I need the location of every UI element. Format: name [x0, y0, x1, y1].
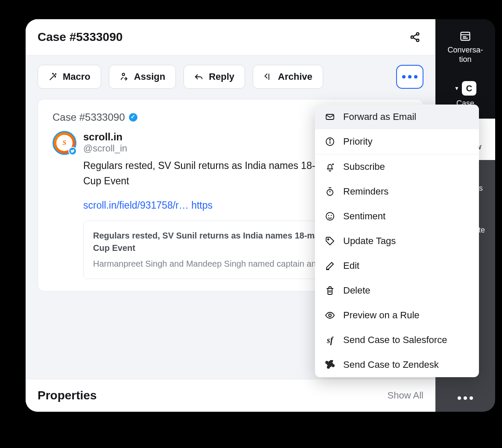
mail-icon	[324, 111, 336, 122]
salesforce-icon: sf	[324, 335, 336, 346]
show-all-link[interactable]: Show All	[388, 390, 423, 401]
assign-icon	[120, 72, 129, 81]
header: Case #5333090	[26, 19, 435, 55]
menu-sentiment[interactable]: Sentiment	[315, 204, 435, 229]
menu-label: Subscribe	[343, 161, 385, 172]
smile-icon	[324, 211, 336, 222]
menu-send-salesforce[interactable]: sf Send Case to Salesforce	[315, 328, 435, 352]
svg-rect-26	[461, 32, 470, 41]
conversation-icon	[459, 30, 471, 42]
archive-icon	[263, 72, 273, 81]
menu-send-zendesk[interactable]: Send Case to Zendesk	[315, 352, 435, 377]
svg-point-7	[53, 73, 53, 74]
case-badge-icon: C	[462, 81, 476, 96]
menu-priority[interactable]: Priority	[315, 129, 435, 154]
archive-label: Archive	[278, 71, 312, 82]
timer-icon	[324, 186, 336, 197]
svg-point-18	[326, 212, 334, 220]
menu-label: Reminders	[343, 186, 388, 197]
main-column: Case #5333090 Macro Assign	[26, 19, 435, 412]
macro-button[interactable]: Macro	[38, 65, 101, 89]
svg-line-3	[413, 35, 417, 37]
more-actions-button[interactable]	[396, 65, 423, 89]
menu-preview-rule[interactable]: Preview on a Rule	[315, 303, 435, 328]
caret-down-icon: ▼	[454, 85, 459, 91]
reply-label: Reply	[209, 71, 234, 82]
info-icon	[324, 136, 336, 147]
toolbar: Macro Assign Reply Archive	[26, 55, 435, 98]
svg-point-2	[417, 39, 419, 42]
properties-title: Properties	[38, 389, 97, 402]
trash-icon	[324, 285, 336, 296]
svg-point-0	[417, 33, 419, 35]
menu-label: Delete	[343, 285, 371, 296]
zendesk-icon	[324, 359, 336, 370]
menu-label: Sentiment	[343, 211, 385, 222]
nav-conversation[interactable]: Conversa- tion	[435, 29, 495, 73]
svg-point-5	[55, 74, 56, 75]
side-nav-top: Conversa- tion ▼ C Case	[435, 19, 495, 119]
nav-conversation-label: Conversa- tion	[447, 46, 483, 64]
menu-label: Edit	[343, 260, 359, 271]
svg-point-6	[55, 76, 56, 77]
archive-button[interactable]: Archive	[253, 65, 323, 89]
svg-line-4	[413, 38, 417, 40]
menu-label: Preview on a Rule	[343, 310, 420, 321]
menu-reminders[interactable]: Reminders	[315, 179, 435, 204]
menu-label: Priority	[343, 136, 372, 147]
menu-forward-email[interactable]: Forward as Email	[315, 105, 435, 129]
svg-point-8	[122, 73, 125, 76]
menu-delete[interactable]: Delete	[315, 278, 435, 303]
pencil-icon	[324, 260, 336, 271]
menu-label: Send Case to Salesforce	[343, 335, 435, 346]
avatar: S	[53, 131, 76, 155]
verified-icon	[129, 113, 137, 122]
svg-point-12	[330, 140, 330, 140]
macro-label: Macro	[63, 71, 90, 82]
bell-icon	[324, 161, 336, 172]
more-icon	[458, 396, 473, 400]
tweet-link-2[interactable]: https	[191, 200, 213, 211]
app-frame: Case #5333090 Macro Assign	[26, 19, 495, 412]
assign-label: Assign	[134, 71, 165, 82]
tweet-link-1[interactable]: scroll.in/field/931758/r…	[83, 200, 189, 211]
more-icon	[402, 75, 417, 79]
menu-update-tags[interactable]: Update Tags	[315, 229, 435, 253]
nav-more[interactable]	[435, 386, 495, 412]
reply-icon	[194, 72, 204, 81]
svg-point-21	[328, 239, 329, 240]
menu-label: Update Tags	[343, 236, 396, 247]
menu-label: Send Case to Zendesk	[343, 359, 435, 370]
menu-edit[interactable]: Edit	[315, 253, 435, 278]
properties-bar: Properties Show All	[26, 379, 435, 412]
twitter-badge-icon	[68, 147, 77, 155]
menu-subscribe[interactable]: Subscribe	[315, 154, 435, 179]
reply-button[interactable]: Reply	[184, 65, 245, 89]
wand-icon	[48, 72, 58, 81]
assign-button[interactable]: Assign	[109, 65, 176, 89]
svg-point-25	[329, 314, 331, 317]
svg-point-1	[411, 36, 414, 38]
share-icon	[409, 32, 420, 43]
eye-icon	[324, 310, 336, 321]
menu-label: Forward as Email	[343, 111, 416, 122]
page-title: Case #5333090	[38, 30, 123, 44]
more-actions-menu: Forward as Email Priority Subscribe Remi	[315, 105, 435, 377]
tag-icon	[324, 236, 336, 247]
share-button[interactable]	[406, 29, 423, 46]
